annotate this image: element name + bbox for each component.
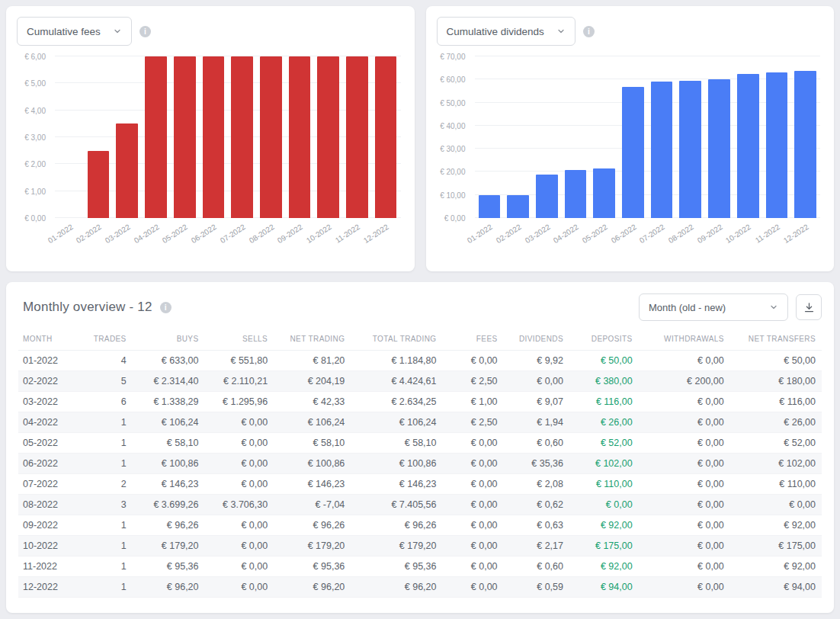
bar-fees-05-2022	[174, 56, 196, 218]
y-axis-tick-label: € 40,00	[440, 122, 465, 130]
column-header-total-trading: TOTAL TRADING	[351, 328, 442, 351]
cell-dividends: € 2,17	[504, 536, 569, 556]
monthly-overview-card: Monthly overview - 12 i Month (old - new…	[6, 282, 834, 613]
cell-withdrawals: € 0,00	[639, 556, 730, 577]
table-row-05-2022: 05-20221€ 58,10€ 0,00€ 58,10€ 58,10€ 0,0…	[18, 433, 822, 454]
info-icon[interactable]: i	[583, 26, 595, 37]
cell-withdrawals: € 0,00	[639, 515, 730, 536]
download-icon	[803, 302, 815, 313]
cell-total-trading: € 4.424,61	[351, 371, 442, 392]
charts-row: Cumulative fees i € 0,00€ 1,00€ 2,00€ 3,…	[6, 6, 834, 271]
y-axis-tick-label: € 70,00	[440, 53, 465, 61]
bar-fees-12-2022	[375, 56, 397, 218]
table-controls: Month (old - new)	[639, 293, 822, 321]
cell-total-trading: € 95,36	[351, 556, 442, 577]
cell-total-trading: € 96,26	[351, 515, 442, 536]
dividends-card-header: Cumulative dividends i	[437, 17, 824, 46]
cell-trades: 1	[79, 536, 133, 556]
y-axis-tick-label: € 4,00	[24, 107, 46, 115]
cell-month: 07-2022	[18, 474, 79, 495]
chevron-down-icon	[556, 27, 566, 36]
cell-deposits: € 26,00	[569, 412, 639, 433]
fees-plot-area	[55, 56, 401, 218]
cell-fees: € 0,00	[442, 536, 503, 556]
cell-net-trading: € 146,23	[274, 474, 351, 495]
y-axis-tick-label: € 50,00	[440, 99, 465, 107]
fees-card-header: Cumulative fees i	[17, 17, 404, 46]
cell-fees: € 0,00	[442, 351, 503, 371]
table-row-09-2022: 09-20221€ 96,26€ 0,00€ 96,26€ 96,26€ 0,0…	[18, 515, 822, 536]
cell-net-trading: € 96,26	[274, 515, 351, 536]
cell-withdrawals: € 0,00	[639, 495, 730, 515]
table-row-02-2022: 02-20225€ 2.314,40€ 2.110,21€ 204,19€ 4.…	[18, 371, 822, 392]
cell-withdrawals: € 0,00	[639, 577, 730, 598]
cell-month: 03-2022	[18, 392, 79, 412]
info-icon[interactable]: i	[139, 26, 151, 37]
fees-bar-chart: € 0,00€ 1,00€ 2,00€ 3,00€ 4,00€ 5,00€ 6,…	[17, 56, 404, 255]
bar-dividends-02-2022	[507, 195, 529, 218]
cell-sells: € 1.295,96	[205, 392, 274, 412]
cell-deposits: € 116,00	[569, 392, 639, 412]
page: Cumulative fees i € 0,00€ 1,00€ 2,00€ 3,…	[6, 6, 834, 613]
sort-order-select[interactable]: Month (old - new)	[639, 293, 788, 321]
overview-table-body: 01-20224€ 633,00€ 551,80€ 81,20€ 1.184,8…	[18, 351, 822, 598]
cell-trades: 1	[79, 577, 133, 598]
table-row-01-2022: 01-20224€ 633,00€ 551,80€ 81,20€ 1.184,8…	[18, 351, 822, 371]
column-header-deposits: DEPOSITS	[569, 328, 639, 351]
cell-month: 02-2022	[18, 371, 79, 392]
cell-net-transfers: € 52,00	[730, 433, 822, 454]
cell-buys: € 96,26	[133, 515, 205, 536]
dividends-bar-chart: € 0,00€ 10,00€ 20,00€ 30,00€ 40,00€ 50,0…	[437, 56, 824, 255]
cell-net-transfers: € 92,00	[730, 556, 822, 577]
fees-x-axis: 01-202202-202203-202204-202205-202206-20…	[55, 218, 401, 255]
y-axis-tick-label: € 6,00	[24, 53, 46, 61]
cell-dividends: € 0,59	[504, 577, 569, 598]
x-axis-tick-label: 01-2022	[46, 223, 75, 245]
y-axis-tick-label: € 2,00	[24, 160, 46, 168]
bar-fees-11-2022	[346, 56, 368, 218]
bar-dividends-09-2022	[708, 79, 730, 218]
cell-dividends: € 0,60	[504, 433, 569, 454]
column-header-trades: TRADES	[79, 328, 133, 351]
download-button[interactable]	[796, 294, 822, 320]
info-icon[interactable]: i	[160, 302, 172, 313]
fees-metric-select[interactable]: Cumulative fees	[17, 17, 132, 46]
cell-sells: € 3.706,30	[205, 495, 274, 515]
dividends-plot-area	[475, 56, 821, 218]
cell-net-trading: € 204,19	[274, 371, 351, 392]
cell-deposits: € 0,00	[569, 495, 639, 515]
bar-dividends-04-2022	[565, 170, 587, 218]
cell-net-transfers: € 110,00	[730, 474, 822, 495]
cell-month: 05-2022	[18, 433, 79, 454]
cell-month: 11-2022	[18, 556, 79, 577]
bar-dividends-10-2022	[737, 74, 759, 218]
cell-sells: € 2.110,21	[205, 371, 274, 392]
cell-dividends: € 9,07	[504, 392, 569, 412]
dividends-bars	[475, 56, 821, 218]
cell-total-trading: € 2.634,25	[351, 392, 442, 412]
table-row-03-2022: 03-20226€ 1.338,29€ 1.295,96€ 42,33€ 2.6…	[18, 392, 822, 412]
cell-deposits: € 52,00	[569, 433, 639, 454]
x-axis-tick: 12-2022	[794, 218, 816, 255]
bar-fees-06-2022	[203, 56, 225, 218]
cell-month: 08-2022	[18, 495, 79, 515]
cell-month: 12-2022	[18, 577, 79, 598]
cell-withdrawals: € 200,00	[639, 371, 730, 392]
cell-withdrawals: € 0,00	[639, 536, 730, 556]
bar-fees-08-2022	[260, 56, 282, 218]
y-axis-tick-label: € 30,00	[440, 145, 465, 153]
bar-dividends-08-2022	[679, 81, 701, 218]
cell-fees: € 0,00	[442, 433, 503, 454]
y-axis-tick-label: € 5,00	[24, 79, 46, 88]
cell-net-trading: € 106,24	[274, 412, 351, 433]
cell-total-trading: € 106,24	[351, 412, 442, 433]
cell-fees: € 0,00	[442, 474, 503, 495]
cell-buys: € 2.314,40	[133, 371, 205, 392]
cell-net-trading: € 42,33	[274, 392, 351, 412]
cell-trades: 1	[79, 454, 133, 474]
cell-buys: € 633,00	[133, 351, 205, 371]
column-header-net-transfers: NET TRANSFERS	[730, 328, 822, 351]
monthly-overview-header: Monthly overview - 12 i Month (old - new…	[6, 282, 834, 328]
dividends-metric-select[interactable]: Cumulative dividends	[437, 17, 575, 46]
cell-month: 01-2022	[18, 351, 79, 371]
